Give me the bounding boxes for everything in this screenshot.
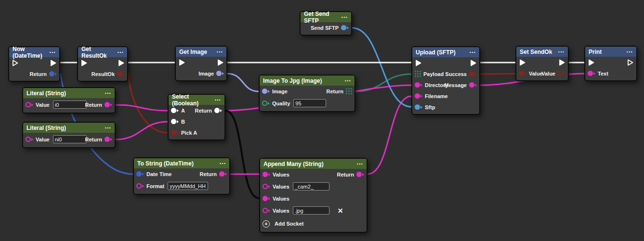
- node-image-to-jpg[interactable]: Image To Jpg (Image)•••ImageReturnQualit…: [259, 75, 355, 112]
- literal-string-1-value-input-pin[interactable]: [26, 102, 33, 107]
- literal-string-1-menu-icon[interactable]: •••: [105, 91, 111, 95]
- wire-literal1-return-to-select-a[interactable]: [116, 105, 168, 111]
- get-resultok-exec-in-pin[interactable]: [80, 59, 88, 67]
- node-set-sendok[interactable]: Set SendOk•••ValueValue: [515, 46, 569, 81]
- literal-string-2-value-field[interactable]: [53, 135, 87, 143]
- set-sendok-value-input-pin[interactable]: [519, 71, 526, 76]
- print-menu-icon[interactable]: •••: [627, 50, 633, 54]
- append-many-string-values-input-pin[interactable]: [263, 208, 270, 213]
- literal-string-2-value-input-pin[interactable]: [26, 137, 33, 142]
- upload-sftp-header[interactable]: Upload (SFTP)•••: [412, 47, 479, 57]
- upload-sftp-message-output-pin[interactable]: [469, 82, 477, 88]
- select-boolean-menu-icon[interactable]: •••: [215, 98, 221, 102]
- get-send-sftp-send-sftp-output-pin[interactable]: [341, 25, 349, 30]
- upload-sftp-sftp-input-pin[interactable]: [415, 104, 422, 110]
- to-string-datetime-header[interactable]: To String (DateTime)•••: [134, 158, 229, 168]
- literal-string-1-header[interactable]: Literal (String)•••: [23, 88, 115, 98]
- now-datetime-exec-in-pin[interactable]: [12, 59, 19, 67]
- select-boolean-pick-a-input-pin[interactable]: [171, 130, 179, 135]
- node-literal-string-1[interactable]: Literal (String)•••ValueReturn: [22, 87, 116, 114]
- append-many-string-values-field[interactable]: [293, 182, 329, 190]
- upload-sftp-directory-input-pin[interactable]: [415, 82, 422, 88]
- get-resultok-exec-out-pin[interactable]: [118, 59, 125, 67]
- to-string-datetime-menu-icon[interactable]: •••: [220, 161, 226, 165]
- now-datetime-return-output-pin[interactable]: [49, 71, 57, 76]
- get-image-header[interactable]: Get Image•••: [176, 47, 226, 57]
- append-many-string-remove-socket-icon[interactable]: ✕: [338, 207, 343, 214]
- node-get-image[interactable]: Get Image•••Image: [175, 46, 227, 81]
- upload-sftp-exec-in-pin[interactable]: [415, 59, 422, 67]
- upload-sftp-exec-out-pin[interactable]: [470, 59, 477, 67]
- to-string-datetime-format-field[interactable]: [168, 182, 208, 190]
- append-many-string-values-input-pin[interactable]: [263, 172, 270, 177]
- get-send-sftp-menu-icon[interactable]: •••: [342, 15, 348, 19]
- get-image-exec-in-pin[interactable]: [178, 59, 185, 66]
- append-many-string-return-output-pin[interactable]: [356, 172, 364, 177]
- node-print[interactable]: Print•••Text: [584, 46, 637, 81]
- upload-sftp-filename-input-pin[interactable]: [415, 93, 422, 99]
- node-literal-string-2[interactable]: Literal (String)•••ValueReturn: [22, 122, 116, 148]
- now-datetime-exec-out-pin[interactable]: [50, 59, 57, 67]
- wire-getimage-to-imagetojpg[interactable]: [227, 74, 259, 91]
- to-string-datetime-return-output-pin[interactable]: [219, 171, 227, 177]
- append-many-string-add-socket-button[interactable]: +Add Socket: [263, 220, 305, 228]
- print-exec-out-pin[interactable]: [627, 59, 634, 66]
- get-resultok-menu-icon[interactable]: •••: [118, 50, 124, 54]
- get-image-image-output-pin[interactable]: [216, 71, 224, 76]
- select-boolean-return-output-pin[interactable]: [214, 108, 222, 113]
- now-datetime-header[interactable]: Now (DateTime)•••: [9, 47, 59, 57]
- upload-sftp-menu-icon[interactable]: •••: [470, 50, 476, 54]
- image-to-jpg-image-input-pin[interactable]: [262, 89, 270, 94]
- wire-upload-success-to-setsendok-value[interactable]: [480, 74, 515, 74]
- node-select-boolean[interactable]: Select (Boolean)•••AReturnBPick A: [168, 94, 225, 140]
- literal-string-2-menu-icon[interactable]: •••: [105, 126, 111, 130]
- literal-string-1-return-output-pin[interactable]: [105, 102, 112, 107]
- image-to-jpg-quality-input-pin[interactable]: [262, 101, 270, 106]
- wire-appendmany-return-to-upload-filename[interactable]: [368, 96, 411, 174]
- select-boolean-b-input-pin[interactable]: [171, 119, 179, 124]
- append-many-string-values-input-pin[interactable]: [263, 184, 270, 189]
- append-many-string-values-field[interactable]: [293, 206, 329, 215]
- get-send-sftp-header[interactable]: Get Send SFTP•••: [301, 12, 351, 22]
- wire-getsendsftp-to-upload-sftp[interactable]: [352, 28, 411, 107]
- append-many-string-values-input-pin[interactable]: [263, 196, 270, 201]
- literal-string-2-header[interactable]: Literal (String)•••: [23, 123, 115, 133]
- wire-getresultok-to-select-picka[interactable]: [128, 74, 168, 133]
- wire-imagetojpg-return-to-upload-payload[interactable]: [355, 74, 411, 91]
- node-to-string-datetime[interactable]: To String (DateTime)•••Date TimeReturnFo…: [133, 157, 230, 195]
- print-text-input-pin[interactable]: [588, 71, 595, 76]
- now-datetime-menu-icon[interactable]: •••: [50, 50, 56, 54]
- node-upload-sftp[interactable]: Upload (SFTP)•••PayloadSuccessDirectoryM…: [411, 46, 480, 115]
- literal-string-2-return-output-pin[interactable]: [105, 137, 112, 142]
- node-now-datetime[interactable]: Now (DateTime)•••Return: [8, 46, 60, 82]
- get-image-exec-out-pin[interactable]: [217, 59, 224, 66]
- image-to-jpg-quality-field[interactable]: [293, 99, 326, 107]
- select-boolean-header[interactable]: Select (Boolean)•••: [169, 95, 224, 105]
- append-many-string-menu-icon[interactable]: •••: [357, 162, 363, 166]
- get-resultok-resultok-output-pin[interactable]: [117, 71, 125, 76]
- to-string-datetime-date-time-input-pin[interactable]: [136, 171, 144, 177]
- print-exec-in-pin[interactable]: [588, 59, 595, 66]
- image-to-jpg-header[interactable]: Image To Jpg (Image)•••: [260, 76, 355, 86]
- set-sendok-exec-in-pin[interactable]: [519, 59, 526, 66]
- upload-sftp-success-output-pin[interactable]: [469, 71, 477, 76]
- image-to-jpg-menu-icon[interactable]: •••: [345, 78, 351, 83]
- select-boolean-a-input-pin[interactable]: [171, 108, 179, 113]
- wire-select-return-to-appendmany-values3[interactable]: [225, 111, 259, 198]
- set-sendok-exec-out-pin[interactable]: [558, 59, 565, 66]
- node-get-resultok[interactable]: Get ResultOk•••ResultOk: [77, 46, 128, 82]
- wire-literal2-return-to-select-b[interactable]: [116, 122, 168, 140]
- node-append-many-string[interactable]: Append Many (String)•••ValuesReturnValue…: [259, 158, 368, 233]
- print-header[interactable]: Print•••: [585, 47, 636, 57]
- get-resultok-header[interactable]: Get ResultOk•••: [78, 47, 127, 57]
- node-editor-canvas[interactable]: Now (DateTime)•••ReturnGet ResultOk•••Re…: [0, 0, 644, 241]
- node-get-send-sftp[interactable]: Get Send SFTP•••Send SFTP: [300, 11, 352, 36]
- to-string-datetime-format-input-pin[interactable]: [136, 183, 144, 189]
- set-sendok-value-output-pin[interactable]: [558, 71, 565, 76]
- append-many-string-header[interactable]: Append Many (String)•••: [260, 159, 367, 169]
- set-sendok-menu-icon[interactable]: •••: [558, 50, 565, 54]
- literal-string-1-value-field[interactable]: [53, 101, 87, 109]
- get-image-menu-icon[interactable]: •••: [217, 50, 223, 54]
- upload-sftp-payload-input-pin[interactable]: [415, 71, 421, 77]
- image-to-jpg-return-output-pin[interactable]: [346, 88, 352, 94]
